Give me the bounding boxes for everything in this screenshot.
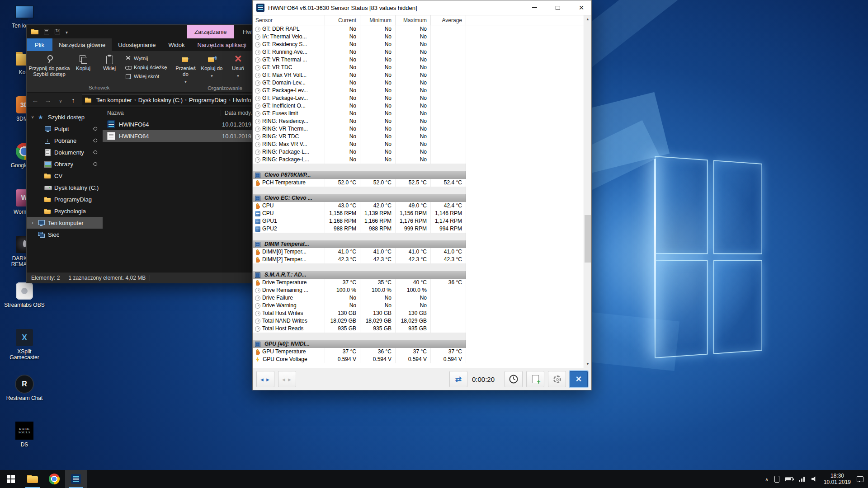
sensor-row[interactable]: GT: VR TDCNoNoNo [253,64,584,71]
address-bar[interactable]: Ten komputer›Dysk lokalny (C:)›ProgramyD… [82,94,269,105]
battery-icon[interactable] [785,477,793,481]
sensor-row[interactable]: RING: Residency...NoNoNo [253,117,584,125]
volume-icon[interactable] [811,476,818,482]
ribbon-tab[interactable]: Narzędzia aplikacji [191,38,253,51]
sensor-row[interactable]: PCH Temperature52.0 °C52.0 °C52.5 °C52.4… [253,179,584,187]
sensor-row[interactable]: GT: Package-Lev...NoNoNo [253,87,584,94]
forward-button[interactable] [42,96,54,104]
sensor-row[interactable]: Drive Remaining ...100.0 %100.0 %100.0 % [253,286,584,294]
copy-path-button[interactable]: Kopiuj ścieżkę [123,64,169,70]
ribbon-tab[interactable]: Narzędzia główne [52,38,112,51]
qat-new-folder-icon[interactable] [55,29,60,34]
desktop-icon[interactable]: XSplit Gamecaster [4,328,45,361]
chevron-right-icon[interactable] [30,220,35,226]
column-header-sensor[interactable]: Sensor [253,15,325,25]
sidebar-item[interactable]: Dysk lokalny (C:) [27,182,103,193]
hwinfo-titlebar[interactable]: HWiNFO64 v6.01-3630 Sensor Status [83 va… [253,0,591,15]
sensor-row[interactable]: RING: VR Therm...NoNoNo [253,125,584,133]
breadcrumb-item[interactable]: HwInfo [231,97,253,103]
file-row[interactable]: HWiNFO6410.01.2019 [103,130,272,142]
column-header-name[interactable]: Nazwa [103,110,221,116]
sensor-row[interactable]: CPU1,156 RPM1,139 RPM1,156 RPM1,146 RPM [253,210,584,217]
sensor-row[interactable]: GPU11,168 RPM1,166 RPM1,176 RPM1,174 RPM [253,217,584,225]
sensor-row[interactable]: GT: DDR RAPLNoNoNo [253,25,584,33]
sensor-row[interactable]: DIMM[2] Temper...42.3 °C42.3 °C42.3 °C42… [253,256,584,263]
desktop-icon[interactable]: Streamlabs OBS [4,281,45,308]
sidebar-item[interactable]: Dokumenty [27,146,103,158]
hidden-icons-chevron[interactable] [765,475,769,483]
delete-button[interactable]: Usuń [225,52,251,85]
sensor-row[interactable]: GT: Residency S...NoNoNo [253,41,584,48]
taskbar-hwinfo[interactable] [65,470,87,488]
sidebar-item[interactable]: CV [27,170,103,182]
breadcrumb-item[interactable]: Dysk lokalny (C:) [136,97,185,103]
qat-customize-caret-icon[interactable] [66,28,68,35]
sensor-row[interactable]: DIMM[0] Temper...41.0 °C41.0 °C41.0 °C41… [253,248,584,256]
maximize-button[interactable] [548,0,568,15]
sensor-row[interactable]: GT: Running Ave...NoNoNo [253,48,584,56]
recent-locations-dropdown[interactable] [55,96,66,104]
close-sensors-button[interactable] [570,371,588,387]
sidebar-item[interactable]: Sieć [27,229,103,240]
back-button[interactable] [29,96,41,104]
pin-to-quick-access-button[interactable]: Przypnij do paska Szybki dostęp [28,52,70,84]
paste-shortcut-button[interactable]: Wklej skrót [123,73,169,80]
taskbar-file-explorer[interactable] [22,470,43,488]
sensor-row[interactable]: GT: VR Thermal ...NoNoNo [253,56,584,64]
sensor-row[interactable]: Drive WarningNoNoNo [253,302,584,310]
chevron-down-icon[interactable] [30,115,35,119]
sensor-row[interactable]: Total Host Reads935 GB935 GB935 GB [253,325,584,333]
sensor-row[interactable]: GPU Temperature37 °C36 °C37 °C37 °C [253,348,584,356]
nav-back-forward-button[interactable] [256,371,274,387]
settings-button[interactable] [548,371,566,387]
network-icon[interactable] [799,477,806,482]
taskbar-chrome[interactable] [43,470,65,488]
taskbar-clock[interactable]: 18:30 10.01.2019 [824,473,851,485]
sensor-row[interactable]: Drive Temperature37 °C35 °C40 °C36 °C [253,279,584,286]
ribbon-tab[interactable]: Widok [162,38,191,51]
scroll-down-icon[interactable] [584,360,591,368]
sensor-row[interactable]: GT: Domain-Lev...NoNoNo [253,79,584,87]
sidebar-item[interactable]: Pobrane [27,135,103,146]
copy-to-button[interactable]: Kopiuj do [199,52,225,85]
action-center-icon[interactable] [857,476,863,482]
sensor-row[interactable]: IA: Thermal Velo...NoNoNo [253,33,584,41]
scrollbar-track[interactable] [584,23,591,360]
sensor-row[interactable]: RING: VR TDCNoNoNo [253,133,584,141]
sensor-row[interactable]: Total Host Writes130 GB130 GB130 GB [253,310,584,317]
column-header-average[interactable]: Average [431,15,466,25]
vertical-scrollbar[interactable] [584,15,591,368]
start-button[interactable] [0,470,22,488]
sensor-row[interactable]: Total NAND Writes18,029 GB18,029 GB18,02… [253,317,584,325]
copy-button[interactable]: Kopiuj [70,52,96,84]
scrollbar-thumb[interactable] [585,215,591,262]
close-button[interactable] [571,0,591,15]
breadcrumb-item[interactable]: Ten komputer [94,97,134,103]
sensor-row[interactable]: GPU2988 RPM988 RPM999 RPM994 RPM [253,225,584,233]
column-header-maximum[interactable]: Maximum [396,15,431,25]
qat-properties-icon[interactable] [44,29,49,34]
sensor-row[interactable]: Drive FailureNoNoNo [253,294,584,302]
paste-button[interactable]: Wklej [96,52,123,84]
desktop-icon[interactable]: Restream Chat [4,374,45,401]
file-row[interactable]: HWiNFO6410.01.2019 [103,118,272,130]
sensor-row[interactable]: RING: Package-L...NoNoNo [253,148,584,156]
sidebar-item[interactable]: Pulpit [27,123,103,135]
column-header-current[interactable]: Current [325,15,360,25]
logging-report-button[interactable] [526,371,544,387]
sidebar-item[interactable]: Ten komputer [27,217,103,229]
tablet-icon[interactable] [774,476,779,483]
sensor-row[interactable]: RING: Max VR V...NoNoNo [253,141,584,148]
minimize-button[interactable] [524,0,544,15]
sensor-row[interactable]: GT: Inefficient O...NoNoNo [253,102,584,110]
remote-sensor-button[interactable] [449,371,467,387]
sensor-row[interactable]: GPU Core Voltage0.594 V0.594 V0.594 V0.5… [253,356,584,363]
sidebar-item[interactable]: ProgramyDiag [27,193,103,205]
sidebar-item[interactable]: Szybki dostęp [27,111,103,123]
nav-back-forward-disabled-button[interactable] [278,371,296,387]
column-header-minimum[interactable]: Minimum [360,15,396,25]
cut-button[interactable]: Wytnij [123,55,169,61]
sidebar-item[interactable]: Psychologia [27,205,103,217]
move-to-button[interactable]: Przenieś do [173,52,199,85]
clock-button[interactable] [505,371,523,387]
